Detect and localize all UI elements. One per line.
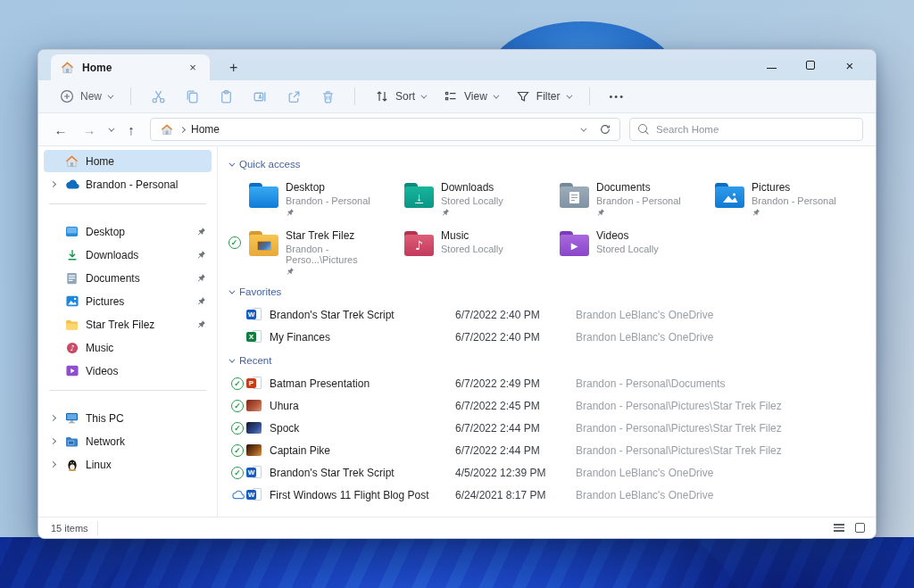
tile-pictures[interactable]: Pictures Brandon - Personal xyxy=(693,180,848,217)
section-header-quick-access[interactable]: Quick access xyxy=(228,159,876,170)
paste-icon xyxy=(218,88,234,104)
tab-home[interactable]: Home × xyxy=(51,54,210,80)
new-tab-button[interactable]: + xyxy=(229,54,237,80)
forward-button[interactable]: → xyxy=(79,122,99,137)
more-options-button[interactable]: ••• xyxy=(602,87,633,105)
collapse-chevron-icon xyxy=(228,287,235,294)
tile-music[interactable]: ♪ Music Stored Locally xyxy=(382,228,537,276)
new-label: New xyxy=(80,90,102,103)
rename-button[interactable] xyxy=(245,84,274,109)
address-bar-row: ← → ↑ Home xyxy=(38,113,876,146)
up-button[interactable]: ↑ xyxy=(121,122,141,137)
file-explorer-window: Home × + × New xyxy=(37,49,877,539)
cloud-status-icon xyxy=(231,490,245,500)
new-button[interactable]: New xyxy=(53,84,118,109)
details-view-button[interactable] xyxy=(834,524,844,532)
tile-desktop[interactable]: Desktop Brandon - Personal xyxy=(227,180,382,217)
cut-button[interactable] xyxy=(144,84,172,109)
sidebar-item-pictures[interactable]: Pictures xyxy=(44,290,212,312)
tile-documents[interactable]: Documents Brandon - Personal xyxy=(537,180,693,217)
chevron-down-icon xyxy=(107,92,113,98)
chevron-down-icon xyxy=(420,92,427,98)
word-file-icon: W xyxy=(246,488,262,501)
expand-chevron-icon[interactable] xyxy=(49,461,55,468)
expand-chevron-icon[interactable] xyxy=(49,415,55,421)
excel-file-icon: X xyxy=(246,330,262,344)
word-file-icon: W xyxy=(246,308,262,321)
paste-button[interactable] xyxy=(212,84,240,109)
search-input[interactable] xyxy=(656,124,854,135)
file-row[interactable]: W Brandon's Star Trek Script 6/7/2022 2:… xyxy=(228,303,876,326)
toolbar-divider xyxy=(354,87,355,105)
desktop-icon xyxy=(64,224,79,239)
recent-list: ✓ P Batman Presentation 6/7/2022 2:49 PM… xyxy=(227,372,876,506)
file-row[interactable]: ✓ P Batman Presentation 6/7/2022 2:49 PM… xyxy=(228,372,876,394)
sidebar-item-onedrive[interactable]: Brandon - Personal xyxy=(44,173,212,195)
pin-icon xyxy=(441,208,503,217)
address-dropdown-icon[interactable] xyxy=(580,125,586,131)
sidebar-item-downloads[interactable]: Downloads xyxy=(44,244,212,266)
videos-folder-icon: ▶ xyxy=(560,235,589,256)
this-pc-icon xyxy=(64,410,79,426)
sidebar-item-music[interactable]: ♪ Music xyxy=(44,336,212,359)
svg-text:♪: ♪ xyxy=(70,344,75,352)
history-chevron-icon[interactable] xyxy=(108,125,114,131)
sidebar-item-network[interactable]: Network xyxy=(44,430,212,452)
file-row[interactable]: X My Finances 6/7/2022 2:40 PM Brandon L… xyxy=(228,326,876,348)
document-icon xyxy=(64,270,79,286)
window-controls: × xyxy=(765,50,863,80)
star-trek-folder-icon xyxy=(249,235,278,256)
pin-icon xyxy=(196,227,206,236)
copy-button[interactable] xyxy=(178,84,206,109)
file-row[interactable]: ✓ Spock 6/7/2022 2:44 PM Brandon - Perso… xyxy=(228,417,876,439)
section-header-favorites[interactable]: Favorites xyxy=(228,286,876,297)
sort-button[interactable]: Sort xyxy=(368,84,431,109)
minimize-button[interactable] xyxy=(765,59,777,71)
wallpaper-bloom-bottom xyxy=(0,537,914,588)
item-count: 15 items xyxy=(51,521,98,535)
tab-bar: Home × + × xyxy=(38,50,876,80)
sidebar-item-label: Documents xyxy=(86,272,140,285)
address-bar[interactable]: Home xyxy=(150,118,620,141)
file-row[interactable]: ✓ Uhura 6/7/2022 2:45 PM Brandon - Perso… xyxy=(228,394,876,417)
filter-funnel-icon xyxy=(515,88,531,104)
close-button[interactable]: × xyxy=(843,59,856,71)
linux-penguin-icon xyxy=(64,457,79,472)
view-button[interactable]: View xyxy=(436,84,503,109)
file-row[interactable]: W First Windows 11 Flight Blog Post 6/24… xyxy=(228,484,876,506)
breadcrumb-separator-icon xyxy=(179,126,186,132)
search-box[interactable] xyxy=(629,118,863,141)
sidebar-item-videos[interactable]: Videos xyxy=(44,360,212,382)
tab-title: Home xyxy=(82,62,112,74)
expand-chevron-icon[interactable] xyxy=(49,438,55,444)
expand-chevron-icon[interactable] xyxy=(49,181,55,187)
delete-button[interactable] xyxy=(313,84,342,109)
filter-button[interactable]: Filter xyxy=(509,84,577,109)
file-row[interactable]: ✓ Captain Pike 6/7/2022 2:44 PM Brandon … xyxy=(228,439,876,461)
sidebar-item-label: Desktop xyxy=(86,226,125,238)
refresh-icon[interactable] xyxy=(599,123,611,136)
section-header-recent[interactable]: Recent xyxy=(228,355,876,366)
share-button[interactable] xyxy=(279,84,308,109)
sidebar-item-documents[interactable]: Documents xyxy=(44,267,212,289)
maximize-button[interactable] xyxy=(804,59,817,71)
sidebar-item-star-trek-filez[interactable]: Star Trek Filez xyxy=(44,313,212,335)
breadcrumb-home[interactable]: Home xyxy=(191,123,220,136)
sidebar-item-label: Brandon - Personal xyxy=(86,178,178,191)
file-row[interactable]: ✓ W Brandon's Star Trek Script 4/5/2022 … xyxy=(228,461,876,484)
sidebar-item-linux[interactable]: Linux xyxy=(44,453,212,476)
back-button[interactable]: ← xyxy=(51,122,71,137)
navigation-pane: Home Brandon - Personal Desktop xyxy=(38,146,218,517)
network-icon xyxy=(64,434,79,449)
sidebar-item-desktop[interactable]: Desktop xyxy=(44,220,212,243)
items-view: Quick access Desktop Brandon - Personal … xyxy=(218,146,876,517)
sidebar-divider xyxy=(49,203,206,204)
tile-videos[interactable]: ▶ Videos Stored Locally xyxy=(537,228,693,276)
tab-close-button[interactable]: × xyxy=(185,60,201,76)
tile-star-trek-filez[interactable]: ✓ Star Trek Filez Brandon - Perso...\Pic… xyxy=(227,228,382,276)
quick-access-grid: Desktop Brandon - Personal ↓ Downloads S… xyxy=(227,180,876,276)
tile-downloads[interactable]: ↓ Downloads Stored Locally xyxy=(382,180,537,217)
sidebar-item-home[interactable]: Home xyxy=(44,150,212,172)
large-icons-view-button[interactable] xyxy=(855,523,865,533)
sidebar-item-this-pc[interactable]: This PC xyxy=(44,407,212,429)
